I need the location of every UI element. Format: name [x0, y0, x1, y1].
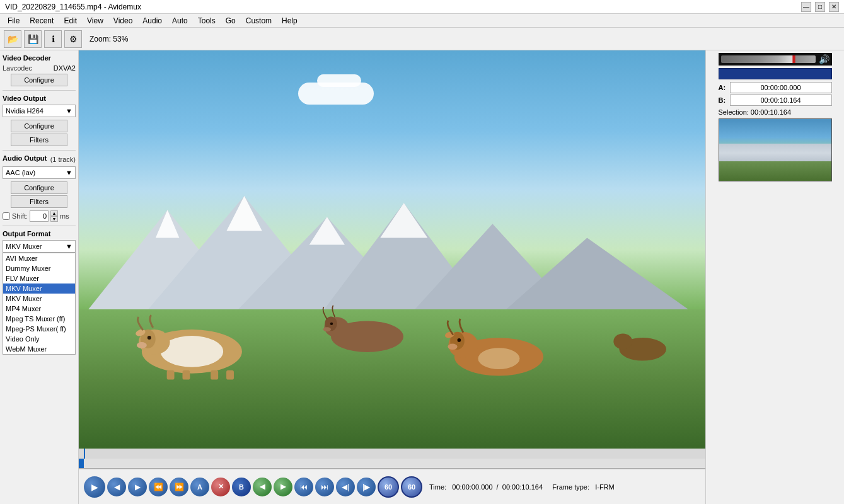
- mini-cow-scene: [719, 119, 831, 181]
- menu-view[interactable]: View: [82, 15, 108, 26]
- output-format-arrow-icon: ▼: [66, 243, 72, 250]
- filters-btn-1[interactable]: Filters: [11, 134, 67, 146]
- a-time: 00:00:00.000: [730, 82, 832, 93]
- svg-point-30: [457, 338, 461, 342]
- svg-point-15: [147, 336, 151, 340]
- play-button[interactable]: ▶: [84, 476, 105, 498]
- a-label: A:: [719, 84, 727, 91]
- menu-file[interactable]: File: [3, 15, 25, 26]
- toolbar-settings-btn[interactable]: ⚙: [64, 30, 82, 48]
- menu-help[interactable]: Help: [277, 15, 303, 26]
- svg-rect-20: [226, 370, 234, 380]
- toolbar-info-btn[interactable]: ℹ: [44, 30, 62, 48]
- volume-slider[interactable]: [721, 55, 816, 63]
- right-panel: 🔊 A: 00:00:00.000 B: 00:00:10.164 Select…: [705, 50, 844, 504]
- audio-output-arrow-icon: ▼: [66, 169, 72, 176]
- mini-preview: [719, 118, 832, 181]
- nav-left-button[interactable]: ◀: [253, 478, 272, 496]
- svg-point-11: [160, 336, 223, 367]
- output-format-dropdown-btn[interactable]: MKV Muxer ▼: [3, 240, 76, 253]
- video-output-dropdown[interactable]: Nvidia H264 ▼: [3, 105, 76, 117]
- toolbar-save-btn[interactable]: 💾: [24, 30, 42, 48]
- window-controls: — □ ✕: [801, 2, 839, 12]
- format-item-mpegts[interactable]: Mpeg TS Muxer (ff): [3, 314, 75, 324]
- menu-go[interactable]: Go: [221, 15, 241, 26]
- configure-btn-2[interactable]: Configure: [11, 120, 67, 132]
- shift-checkbox[interactable]: [3, 212, 10, 220]
- format-item-dummy[interactable]: Dummy Muxer: [3, 263, 75, 273]
- video-output-arrow-icon: ▼: [66, 107, 72, 115]
- shift-input[interactable]: [30, 210, 49, 222]
- format-item-mkv2[interactable]: MKV Muxer: [3, 294, 75, 304]
- format-item-flv[interactable]: FLV Muxer: [3, 273, 75, 284]
- main-layout: Video Decoder Lavcodec DXVA2 Configure V…: [0, 50, 844, 504]
- format-dropdown-list: AVI Muxer Dummy Muxer FLV Muxer MKV Muxe…: [3, 253, 76, 355]
- frame-type-label: Frame type:: [552, 483, 589, 491]
- skip-back-60-button[interactable]: 60: [378, 476, 399, 498]
- menu-custom[interactable]: Custom: [241, 15, 277, 26]
- controls-bar: ▶ ◀ ▶ ⏪ ⏩ A ✕ B ◀ ▶ ⏮ ⏭ ◀| |▶: [79, 469, 705, 504]
- volume-speaker-icon[interactable]: 🔊: [819, 54, 830, 64]
- audio-output-value: AAC (lav): [6, 169, 35, 176]
- output-format-title: Output Format: [3, 230, 76, 238]
- format-item-mpegps[interactable]: Mpeg-PS Muxer( ff): [3, 324, 75, 334]
- output-format-selected: MKV Muxer: [6, 243, 42, 250]
- zoom-label: Zoom: 53%: [90, 35, 128, 43]
- b-time: 00:00:10.164: [730, 94, 832, 106]
- svg-point-25: [323, 327, 330, 331]
- svg-point-16: [136, 342, 146, 348]
- timeline-ruler[interactable]: [79, 449, 705, 459]
- svg-rect-18: [182, 370, 190, 380]
- skip-forward-60-button[interactable]: 60: [401, 476, 422, 498]
- format-item-mkv-selected[interactable]: MKV Muxer: [3, 284, 75, 294]
- toolbar-open-btn[interactable]: 📂: [4, 30, 21, 48]
- shift-spin-up[interactable]: ▲: [50, 210, 58, 216]
- go-end-button[interactable]: ⏭: [315, 478, 334, 496]
- svg-point-31: [448, 344, 457, 350]
- format-item-mp4[interactable]: MP4 Muxer: [3, 304, 75, 314]
- menu-bar: File Recent Edit View Video Audio Auto T…: [0, 14, 844, 28]
- configure-btn-3[interactable]: Configure: [11, 181, 67, 194]
- selection-row: Selection: 00:00:10.164: [719, 108, 832, 116]
- shift-label: Shift:: [12, 212, 28, 220]
- cut-button[interactable]: ✕: [211, 478, 230, 496]
- shift-spin-down[interactable]: ▼: [50, 216, 58, 222]
- title-bar: VID_20220829_114655.mp4 - Avidemux — □ ✕: [0, 0, 844, 14]
- time-display: Time: 00:00:00.000 / 00:00:10.164 Frame …: [429, 483, 615, 491]
- format-item-webm[interactable]: WebM Muxer: [3, 344, 75, 354]
- svg-rect-17: [166, 370, 174, 380]
- minimize-button[interactable]: —: [801, 2, 811, 12]
- maximize-button[interactable]: □: [815, 2, 825, 12]
- format-item-avi[interactable]: AVI Muxer: [3, 253, 75, 263]
- next-frame-button[interactable]: |▶: [357, 478, 376, 496]
- go-start-button[interactable]: ⏮: [294, 478, 313, 496]
- forward-frame-button[interactable]: ▶: [128, 478, 147, 496]
- close-button[interactable]: ✕: [829, 2, 839, 12]
- copy-button[interactable]: B: [232, 478, 251, 496]
- format-item-videoonly[interactable]: Video Only: [3, 334, 75, 344]
- nav-right-button[interactable]: ▶: [274, 478, 292, 496]
- ab-section: A: 00:00:00.000 B: 00:00:10.164: [719, 82, 832, 106]
- timeline-bar[interactable]: [79, 459, 705, 469]
- rewind-button[interactable]: ⏪: [149, 478, 168, 496]
- menu-edit[interactable]: Edit: [59, 15, 82, 26]
- audio-output-dropdown[interactable]: AAC (lav) ▼: [3, 166, 76, 179]
- current-time: 00:00:00.000: [452, 483, 492, 491]
- video-output-title: Video Output: [3, 94, 76, 102]
- fast-forward-button[interactable]: ⏩: [170, 478, 188, 496]
- menu-audio[interactable]: Audio: [137, 15, 167, 26]
- configure-btn-1[interactable]: Configure: [11, 74, 67, 86]
- menu-auto[interactable]: Auto: [167, 15, 193, 26]
- window-title: VID_20220829_114655.mp4 - Avidemux: [5, 3, 141, 11]
- marker-a-button[interactable]: A: [190, 478, 209, 496]
- back-frame-button[interactable]: ◀: [107, 478, 126, 496]
- a-row: A: 00:00:00.000: [719, 82, 832, 93]
- menu-recent[interactable]: Recent: [25, 15, 59, 26]
- prev-frame-button[interactable]: ◀|: [336, 478, 355, 496]
- frame-type: I-FRM: [595, 483, 615, 491]
- filters-btn-2[interactable]: Filters: [11, 195, 67, 208]
- menu-tools[interactable]: Tools: [193, 15, 221, 26]
- total-time: 00:00:10.164: [502, 483, 543, 491]
- menu-video[interactable]: Video: [108, 15, 137, 26]
- time-label: Time:: [429, 483, 446, 491]
